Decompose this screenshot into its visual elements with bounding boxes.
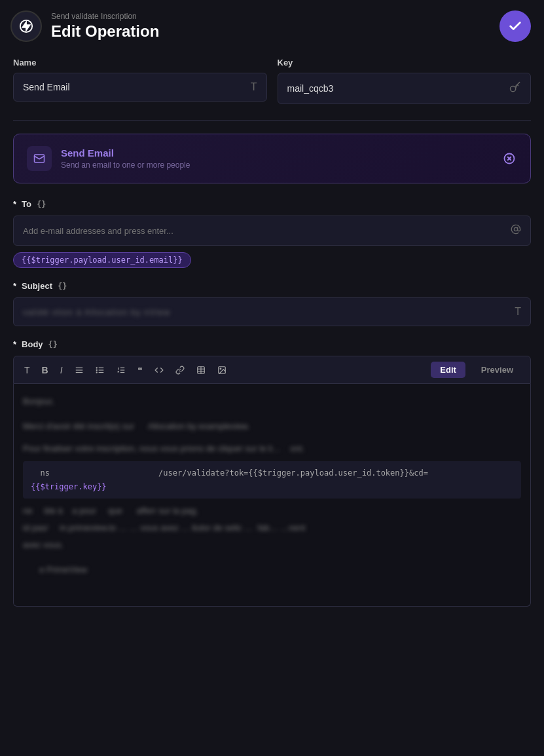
text-type-icon: T [251, 81, 257, 93]
to-section-label: * To {} [13, 199, 531, 209]
mail-icon [33, 153, 45, 164]
subject-bracket-icon: {} [58, 282, 67, 291]
body-spacer-1 [23, 411, 521, 417]
body-line-3: Pour finaliser votre inscription, nous v… [23, 442, 521, 456]
body-line-6: avec vous. [23, 538, 521, 552]
code-btn[interactable] [152, 364, 166, 376]
check-icon [508, 19, 522, 33]
to-input-wrapper [13, 216, 531, 246]
key-input-wrapper [278, 73, 532, 104]
body-spacer-3 [23, 555, 521, 560]
operation-card-info: Send Email Send an email to one or more … [61, 147, 190, 170]
body-line-5: id pas/ in.primeview.to … … vous avez … … [23, 521, 521, 535]
key-label: Key [278, 58, 532, 67]
body-link-block: ns /user/validate?tok={{$trigger.payload… [23, 461, 521, 499]
edit-tab-button[interactable]: Edit [431, 362, 465, 378]
image-btn[interactable] [215, 364, 229, 376]
body-line-4: ne ble à a pour que afferr sur la pag. [23, 504, 521, 518]
body-label: Body [22, 339, 43, 349]
key-icon [509, 81, 521, 96]
to-label: To [22, 199, 31, 209]
operation-card: Send Email Send an email to one or more … [13, 134, 531, 183]
name-input-wrapper: T [13, 73, 267, 102]
key-input[interactable] [287, 83, 510, 94]
subject-section: * Subject {} validé vtion à Allocation b… [13, 281, 531, 326]
page-title: Edit Operation [51, 22, 159, 41]
quote-btn[interactable]: ❝ [135, 364, 145, 377]
subject-value: validé vtion à Allocation by nView [23, 307, 515, 317]
to-required-star: * [13, 199, 16, 209]
svg-point-14 [96, 367, 97, 368]
confirm-button[interactable] [499, 10, 531, 42]
name-input[interactable] [23, 82, 251, 92]
svg-point-7 [514, 227, 517, 231]
body-required-star: * [13, 339, 16, 349]
lightning-icon [19, 19, 33, 33]
operation-close-button[interactable] [501, 151, 517, 166]
svg-point-25 [220, 368, 221, 369]
main-content: Name T Key [0, 52, 544, 620]
email-tag[interactable]: {{$trigger.payload.user_id.email}} [13, 252, 191, 268]
svg-point-16 [96, 371, 97, 372]
body-line-1: Bonjour, [23, 394, 521, 409]
svg-point-2 [511, 86, 516, 92]
to-email-input[interactable] [23, 226, 511, 236]
header: Send validate Inscription Edit Operation [0, 0, 544, 52]
x-icon [503, 153, 515, 164]
key-group: Key [278, 58, 532, 104]
header-subtitle: Send validate Inscription [51, 12, 159, 21]
subject-section-label: * Subject {} [13, 281, 531, 291]
text-btn[interactable]: T [22, 364, 33, 377]
body-link-url: /user/validate?tok={{$trigger.payload.us… [158, 468, 428, 478]
email-op-icon [27, 146, 52, 171]
subject-required-star: * [13, 281, 16, 291]
header-left: Send validate Inscription Edit Operation [10, 10, 159, 42]
subject-input-wrapper: validé vtion à Allocation by nView T [13, 297, 531, 326]
op-subtitle: Send an email to one or more people [61, 161, 190, 170]
body-bracket-icon: {} [48, 340, 58, 349]
italic-btn[interactable]: I [58, 364, 65, 377]
align-btn[interactable] [72, 364, 86, 376]
bold-btn[interactable]: B [39, 364, 51, 377]
at-icon [511, 224, 521, 237]
body-line-2: Merci d'avoir été inscrit(e) sur Allocat… [23, 419, 521, 434]
name-label: Name [13, 58, 267, 67]
body-token: {{$trigger.key}} [31, 482, 107, 491]
body-section-label: * Body {} [13, 339, 531, 349]
body-spacer-2 [23, 436, 521, 439]
svg-point-15 [96, 369, 97, 370]
body-section: * Body {} T B I [13, 339, 531, 607]
header-icon [10, 10, 42, 42]
body-editor[interactable]: Bonjour, Merci d'avoir été inscrit(e) su… [13, 384, 531, 607]
op-title: Send Email [61, 147, 190, 159]
to-bracket-icon: {} [37, 200, 46, 209]
link-btn[interactable] [173, 364, 187, 376]
svg-marker-1 [22, 20, 31, 32]
subject-type-icon: T [515, 306, 521, 318]
section-divider [13, 120, 531, 121]
ul-btn[interactable] [93, 364, 107, 376]
preview-tab-button[interactable]: Preview [472, 362, 522, 378]
name-key-row: Name T Key [13, 58, 531, 104]
name-group: Name T [13, 58, 267, 104]
table-btn[interactable] [194, 364, 208, 376]
header-titles: Send validate Inscription Edit Operation [51, 12, 159, 41]
body-link-text: ns [31, 468, 158, 478]
ol-btn[interactable] [114, 364, 128, 376]
subject-label: Subject [22, 281, 52, 291]
operation-card-left: Send Email Send an email to one or more … [27, 146, 190, 171]
body-line-7: e PrimeView [23, 563, 521, 577]
body-toolbar: T B I ❝ [13, 356, 531, 384]
